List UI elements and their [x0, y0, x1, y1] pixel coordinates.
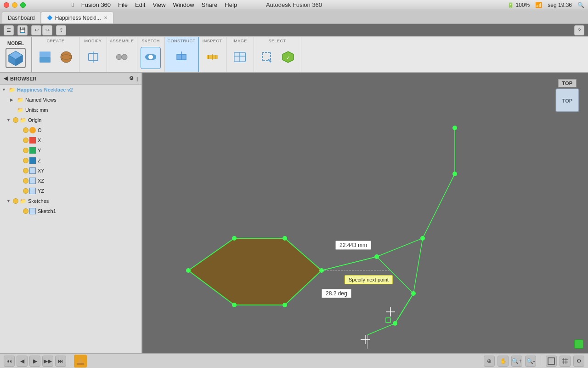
- menu-edit[interactable]: Edit: [135, 1, 145, 8]
- nav-play-button[interactable]: ▶: [29, 356, 40, 367]
- tree-root-label: Happiness Necklace v2: [17, 87, 73, 92]
- vis-xz: [23, 178, 28, 184]
- extrude-icon: [38, 50, 52, 66]
- minimize-button[interactable]: [12, 2, 17, 8]
- svg-line-29: [322, 257, 377, 270]
- menu-window[interactable]: Window: [173, 1, 194, 8]
- tree-sketch1[interactable]: Sketch1: [0, 206, 141, 216]
- svg-point-10: [116, 54, 122, 60]
- status-indicator: [574, 339, 583, 349]
- display-mode-button[interactable]: [546, 356, 557, 367]
- select-button[interactable]: [257, 47, 277, 69]
- modify-icon: [86, 50, 101, 66]
- pan-tool-button[interactable]: ✋: [498, 356, 509, 367]
- inspect-group: INSPECT: [199, 37, 226, 72]
- inspect-buttons: [202, 45, 222, 71]
- tab-necklace[interactable]: 🔷 Happiness Neckl... ✕: [41, 12, 113, 23]
- hamburger-menu[interactable]: ☰: [4, 25, 14, 35]
- tree-axis-o-label: O: [38, 127, 42, 133]
- svg-point-43: [393, 321, 397, 326]
- assemble-group: ASSEMBLE: [107, 37, 137, 72]
- svg-rect-55: [548, 358, 554, 364]
- create-label: CREATE: [47, 39, 65, 43]
- vis-y: [23, 148, 28, 153]
- nav-start-button[interactable]: ⏮: [4, 356, 15, 367]
- tree-axis-z-label: Z: [38, 158, 41, 163]
- model-section: MODEL: [0, 37, 32, 72]
- tree-root[interactable]: ▼ 📁 Happiness Necklace v2: [0, 85, 141, 95]
- search-icon[interactable]: 🔍: [577, 2, 584, 8]
- view-cube[interactable]: TOP TOP: [551, 77, 583, 109]
- line-button[interactable]: [141, 47, 161, 69]
- image-button[interactable]: [230, 47, 250, 69]
- tree-named-views[interactable]: ▶ 📁 Named Views: [0, 95, 141, 105]
- construct-group: CONSTRUCT: [165, 37, 199, 72]
- tree-units[interactable]: 📁 Units: mm: [0, 105, 141, 115]
- tree-named-views-label: Named Views: [25, 97, 57, 103]
- menu-fusion[interactable]: Fusion 360: [81, 1, 111, 8]
- nav-end-button[interactable]: ⏭: [55, 356, 66, 367]
- browser-header: ◀ BROWSER ⚙ |: [0, 73, 141, 85]
- sketch-icon-svg: [76, 356, 85, 366]
- settings-button[interactable]: ⚙: [573, 356, 584, 367]
- menu-share[interactable]: Share: [202, 1, 218, 8]
- zoom-in-button[interactable]: 🔍+: [511, 356, 522, 367]
- tree-origin[interactable]: ▼ 📁 Origin: [0, 115, 141, 125]
- plane-yz-icon: [29, 188, 36, 194]
- select-tool-button[interactable]: ⊕: [484, 356, 495, 367]
- menu-view[interactable]: View: [153, 1, 165, 8]
- menu-help[interactable]: Help: [225, 1, 237, 8]
- svg-point-37: [232, 303, 237, 307]
- browser-divider-handle[interactable]: |: [136, 76, 138, 81]
- model-cube-icon[interactable]: [6, 48, 26, 68]
- bottom-toolbar: ⏮ ◀ ▶ ▶▶ ⏭ ⊕ ✋ 🔍+ 🔍- ⚙: [0, 353, 588, 368]
- modify-button[interactable]: [83, 47, 103, 69]
- tab-dashboard[interactable]: Dashboard: [2, 12, 41, 23]
- browser-settings-icon[interactable]: ⚙: [129, 75, 134, 81]
- tree-axis-o[interactable]: O: [0, 125, 141, 135]
- browser-collapse-left[interactable]: ◀: [4, 75, 7, 81]
- close-button[interactable]: [4, 2, 9, 8]
- measure-button[interactable]: [202, 47, 222, 69]
- axis-x-icon: [29, 137, 36, 144]
- nav-prev-button[interactable]: ◀: [17, 356, 28, 367]
- tab-close-button[interactable]: ✕: [104, 15, 107, 20]
- menu-file[interactable]: File: [118, 1, 128, 8]
- tree-sketches[interactable]: ▼ 📁 Sketches: [0, 196, 141, 206]
- save-button[interactable]: 💾: [17, 25, 28, 35]
- tree-plane-xz-label: XZ: [38, 178, 44, 184]
- undo-button[interactable]: ↩: [31, 25, 41, 35]
- help-button[interactable]: ?: [574, 25, 584, 35]
- sketch-icon-box[interactable]: [74, 355, 87, 368]
- menu-apple[interactable]: : [72, 1, 74, 8]
- stop-sketch-button[interactable]: ✓: [278, 47, 298, 69]
- image-label: IMAGE: [232, 39, 247, 43]
- plane-button[interactable]: [171, 47, 192, 69]
- tree-plane-xz[interactable]: XZ: [0, 176, 141, 186]
- grid-button[interactable]: [560, 356, 571, 367]
- nav-next-button[interactable]: ▶▶: [42, 356, 53, 367]
- tree-plane-xy[interactable]: XY: [0, 166, 141, 176]
- traffic-lights[interactable]: [4, 2, 26, 8]
- redo-button[interactable]: ↪: [42, 25, 52, 35]
- revolve-button[interactable]: [56, 47, 76, 69]
- svg-point-36: [283, 303, 287, 307]
- tree-plane-xy-label: XY: [38, 168, 45, 173]
- sketch-label: SKETCH: [141, 39, 160, 43]
- battery-status: 🔋 100%: [507, 2, 530, 8]
- tree-arrow-named-views: ▶: [10, 98, 17, 102]
- assemble-button[interactable]: [112, 47, 132, 69]
- share-button[interactable]: ⇪: [56, 25, 66, 35]
- zoom-out-button[interactable]: 🔍-: [525, 356, 536, 367]
- plane-icon: [174, 50, 189, 66]
- tree-axis-y[interactable]: Y: [0, 145, 141, 155]
- tree-sketches-label: Sketches: [28, 198, 49, 204]
- tree-axis-z[interactable]: Z: [0, 155, 141, 166]
- extrude-button[interactable]: [35, 47, 55, 69]
- maximize-button[interactable]: [20, 2, 26, 8]
- tree-axis-x[interactable]: X: [0, 135, 141, 145]
- tree-plane-yz[interactable]: YZ: [0, 186, 141, 196]
- canvas-area[interactable]: 22.443 mm Specify next point 28.2 deg TO…: [142, 73, 588, 353]
- svg-rect-46: [386, 318, 390, 322]
- select-group: SELECT ✓: [254, 37, 301, 72]
